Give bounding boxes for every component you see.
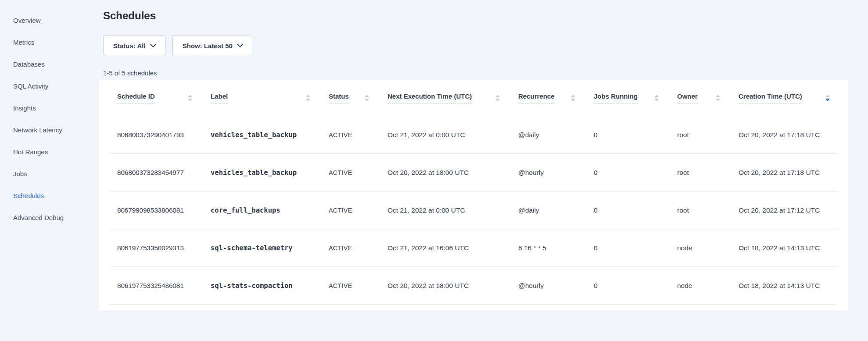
status-filter-dropdown[interactable]: Status: All	[103, 35, 165, 56]
results-count: 1-5 of 5 schedules	[103, 69, 868, 77]
filter-bar: Status: All Show: Latest 50	[103, 35, 868, 56]
sidebar-item-advanced-debug[interactable]: Advanced Debug	[0, 206, 99, 228]
sidebar-item-overview[interactable]: Overview	[0, 9, 99, 31]
schedule-id-cell: 806197753350029313	[99, 244, 211, 252]
sort-asc-icon	[365, 95, 369, 97]
recurrence-cell: @hourly	[518, 282, 594, 290]
column-header[interactable]: Recurrence	[518, 80, 594, 116]
sidebar-item-hot-ranges[interactable]: Hot Ranges	[0, 141, 99, 163]
sort-icon	[571, 95, 575, 101]
creation-time-cell: Oct 20, 2022 at 17:18 UTC	[739, 169, 848, 177]
table-row[interactable]: 806800373283454977 vehicles_table_backup…	[99, 154, 848, 192]
recurrence-cell: @daily	[518, 206, 594, 214]
schedule-id-cell: 806197753325486081	[99, 282, 211, 290]
table-row[interactable]: 806197753325486081 sql-stats-compaction …	[99, 267, 848, 305]
page-title: Schedules	[103, 10, 868, 22]
sort-icon	[306, 95, 310, 101]
status-cell: ACTIVE	[329, 169, 387, 176]
column-header[interactable]: Creation Time (UTC)	[739, 80, 848, 116]
sort-desc-icon	[495, 99, 500, 101]
column-header[interactable]: Next Execution Time (UTC)	[387, 80, 518, 116]
column-header-label: Schedule ID	[117, 92, 155, 103]
jobs-running-cell: 0	[594, 282, 677, 290]
column-header[interactable]: Label	[211, 80, 329, 116]
sidebar-item-databases[interactable]: Databases	[0, 53, 99, 75]
column-header[interactable]: Schedule ID	[99, 80, 211, 116]
column-header-label: Next Execution Time (UTC)	[387, 92, 472, 103]
status-cell: ACTIVE	[329, 207, 387, 214]
column-header[interactable]: Status	[329, 80, 387, 116]
column-header-label: Recurrence	[518, 92, 555, 103]
sidebar-item-network-latency[interactable]: Network Latency	[0, 119, 99, 141]
creation-time-cell: Oct 18, 2022 at 14:13 UTC	[739, 282, 848, 290]
show-filter-label: Show: Latest 50	[183, 42, 233, 50]
sort-icon	[188, 95, 192, 101]
owner-cell: node	[677, 244, 739, 252]
sidebar-item-metrics[interactable]: Metrics	[0, 31, 99, 53]
table-row[interactable]: 806197753350029313 sql-schema-telemetry …	[99, 229, 848, 267]
table-header-row: Schedule ID Label Status Next Execution …	[99, 80, 848, 116]
sidebar-item-label: Insights	[13, 104, 36, 112]
column-header[interactable]: Owner	[677, 80, 739, 116]
sort-desc-icon	[716, 99, 720, 101]
sidebar-item-jobs[interactable]: Jobs	[0, 163, 99, 185]
main-content: Schedules Status: All Show: Latest 50 1-…	[99, 0, 868, 341]
sort-asc-icon	[716, 95, 720, 97]
sort-desc-icon	[654, 99, 659, 101]
jobs-running-cell: 0	[594, 244, 677, 252]
sidebar-item-label: Overview	[13, 17, 41, 24]
table-body: 806800373290401793 vehicles_table_backup…	[99, 116, 848, 305]
sidebar-item-label: Network Latency	[13, 126, 62, 134]
show-filter-dropdown[interactable]: Show: Latest 50	[172, 35, 252, 56]
sidebar-item-sql-activity[interactable]: SQL Activity	[0, 75, 99, 97]
jobs-running-cell: 0	[594, 206, 677, 214]
sort-desc-icon	[188, 99, 192, 101]
schedule-label-cell: vehicles_table_backup	[211, 169, 329, 177]
status-filter-label: Status: All	[113, 42, 146, 50]
sort-icon	[365, 95, 369, 101]
sidebar-item-label: Databases	[13, 60, 45, 68]
sort-desc-icon	[825, 99, 830, 101]
sidebar-item-label: Hot Ranges	[13, 148, 48, 156]
owner-cell: node	[677, 282, 739, 290]
recurrence-cell: @hourly	[518, 169, 594, 177]
sort-asc-icon	[306, 95, 310, 97]
column-header-label: Label	[211, 92, 228, 103]
next-execution-cell: Oct 21, 2022 at 16:06 UTC	[387, 244, 518, 252]
column-header-label: Status	[329, 92, 349, 103]
sort-desc-icon	[571, 99, 575, 101]
sidebar-item-label: SQL Activity	[13, 82, 48, 90]
table-row[interactable]: 806800373290401793 vehicles_table_backup…	[99, 116, 848, 154]
schedule-id-cell: 806800373290401793	[99, 131, 211, 139]
creation-time-cell: Oct 20, 2022 at 17:12 UTC	[739, 206, 848, 214]
status-cell: ACTIVE	[329, 282, 387, 289]
table-row[interactable]: 806799098533806081 core_full_backups ACT…	[99, 192, 848, 229]
status-cell: ACTIVE	[329, 245, 387, 252]
schedule-label-cell: sql-schema-telemetry	[211, 244, 329, 252]
sidebar-item-insights[interactable]: Insights	[0, 97, 99, 119]
sidebar-nav: Overview Metrics Databases SQL Activity …	[0, 0, 99, 341]
creation-time-cell: Oct 18, 2022 at 14:13 UTC	[739, 244, 848, 252]
sort-asc-icon	[495, 95, 500, 97]
sort-asc-icon	[654, 95, 659, 97]
sidebar-item-label: Advanced Debug	[13, 214, 64, 221]
sidebar-item-label: Jobs	[13, 170, 27, 178]
column-header-label: Owner	[677, 92, 698, 103]
sort-desc-icon	[306, 99, 310, 101]
sort-asc-icon	[571, 95, 575, 97]
sort-icon	[716, 95, 720, 101]
jobs-running-cell: 0	[594, 169, 677, 177]
sort-icon	[495, 95, 500, 101]
column-header[interactable]: Jobs Running	[594, 80, 677, 116]
sidebar-item-schedules[interactable]: Schedules	[0, 185, 99, 206]
next-execution-cell: Oct 21, 2022 at 0:00 UTC	[387, 206, 518, 214]
schedule-label-cell: sql-stats-compaction	[211, 282, 329, 290]
schedule-label-cell: core_full_backups	[211, 206, 329, 214]
next-execution-cell: Oct 20, 2022 at 18:00 UTC	[387, 169, 518, 177]
sort-asc-icon	[825, 95, 830, 97]
next-execution-cell: Oct 20, 2022 at 18:00 UTC	[387, 282, 518, 290]
recurrence-cell: 6 16 * * 5	[518, 244, 594, 252]
chevron-down-icon	[150, 41, 156, 47]
sort-asc-icon	[188, 95, 192, 97]
owner-cell: root	[677, 131, 739, 139]
